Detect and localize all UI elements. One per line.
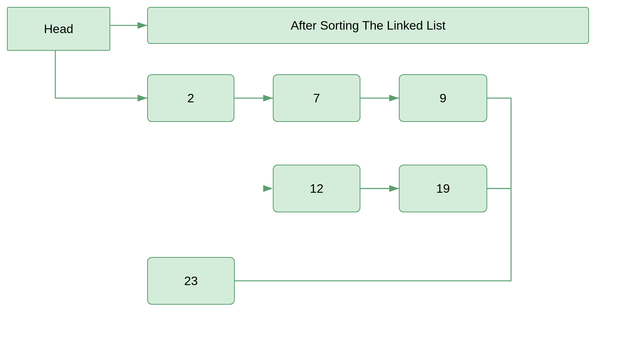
head-box: Head [7, 7, 110, 51]
node-2: 2 [147, 74, 234, 122]
title-box: After Sorting The Linked List [147, 7, 589, 44]
node-19: 19 [399, 165, 487, 212]
node-23: 23 [147, 257, 235, 305]
node-9: 9 [399, 74, 487, 122]
node-7: 7 [273, 74, 360, 122]
node-12: 12 [273, 165, 360, 212]
